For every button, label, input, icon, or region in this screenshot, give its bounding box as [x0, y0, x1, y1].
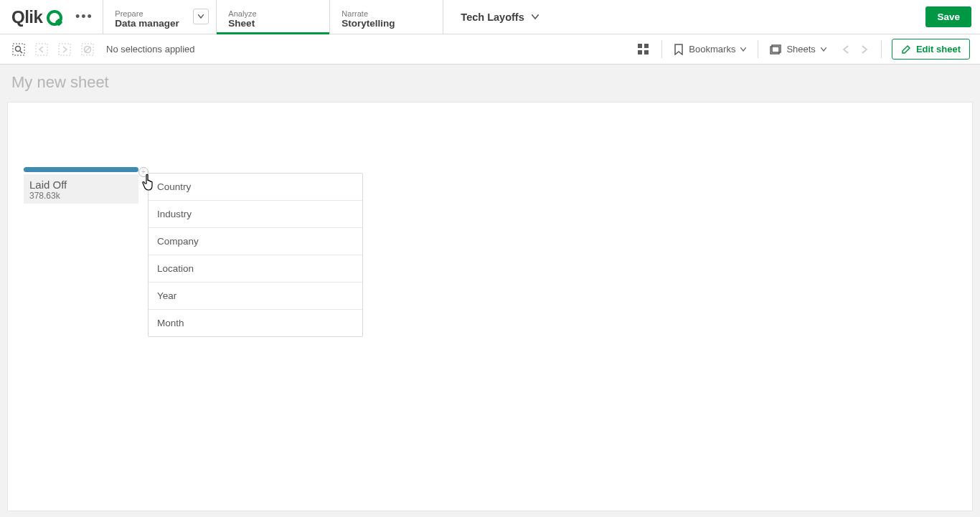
brand-logo-text: Qlik	[11, 7, 42, 27]
brand-zone: Qlik •••	[0, 0, 103, 34]
chevron-down-icon[interactable]	[193, 9, 209, 24]
save-button[interactable]: Save	[925, 6, 971, 27]
sheets-button[interactable]: Sheets	[763, 34, 833, 64]
brand-logo-icon	[47, 10, 62, 26]
edit-sheet-button[interactable]: Edit sheet	[892, 39, 970, 60]
step-back-icon	[32, 39, 52, 60]
pencil-icon	[901, 44, 911, 54]
svg-rect-9	[644, 44, 649, 48]
next-sheet-button[interactable]	[855, 40, 874, 59]
svg-rect-8	[638, 44, 642, 48]
more-menu-icon[interactable]: •••	[75, 9, 93, 26]
dimension-menu: Country Industry Company Location Year M…	[148, 173, 363, 337]
app-title: Tech Layoffs	[461, 11, 524, 23]
nav-small-analyze: Analyze	[228, 9, 318, 18]
kpi-body: Laid Off 378.63k	[24, 174, 138, 204]
chevron-down-icon	[740, 47, 746, 52]
nav-tab-narrate[interactable]: Narrate Storytelling	[329, 0, 443, 34]
kpi-value: 378.63k	[29, 191, 133, 201]
menu-item-company[interactable]: Company	[149, 228, 362, 255]
insight-advisor-button[interactable]	[630, 34, 657, 64]
menu-item-country[interactable]: Country	[149, 174, 362, 201]
nav-big-analyze: Sheet	[228, 18, 318, 29]
toolsbar: No selections applied Bookmarks Sheets	[0, 34, 980, 65]
kpi-label: Laid Off	[29, 179, 133, 191]
kpi-object[interactable]: Laid Off 378.63k +	[24, 167, 138, 204]
clear-selections-icon	[77, 39, 98, 60]
insight-advisor-zone	[630, 34, 666, 64]
menu-item-month[interactable]: Month	[149, 310, 362, 336]
smart-search-icon[interactable]	[9, 39, 29, 60]
svg-rect-3	[36, 44, 47, 55]
bookmark-icon	[674, 44, 684, 55]
svg-rect-0	[13, 44, 24, 55]
svg-point-1	[16, 46, 21, 51]
kpi-bar	[24, 167, 138, 172]
add-dimension-icon[interactable]: +	[138, 167, 149, 177]
sheet-nav-arrows	[834, 40, 877, 59]
selection-icons	[4, 39, 102, 60]
svg-rect-4	[59, 44, 70, 55]
nav-tab-analyze[interactable]: Analyze Sheet	[216, 0, 329, 34]
step-forward-icon	[55, 39, 75, 60]
nav-tab-prepare[interactable]: Prepare Data manager	[103, 0, 216, 34]
svg-rect-10	[638, 50, 642, 54]
sheets-icon	[770, 44, 781, 54]
svg-line-2	[20, 51, 22, 53]
svg-rect-11	[644, 50, 649, 54]
app-title-zone[interactable]: Tech Layoffs	[443, 0, 917, 34]
chevron-down-icon	[532, 14, 539, 19]
bookmarks-button[interactable]: Bookmarks	[666, 34, 753, 64]
menu-item-industry[interactable]: Industry	[149, 201, 362, 228]
menu-item-location[interactable]: Location	[149, 255, 362, 283]
save-zone: Save	[917, 0, 980, 34]
nav-small-narrate: Narrate	[341, 9, 431, 18]
nav-big-narrate: Storytelling	[341, 18, 431, 29]
chevron-down-icon	[821, 47, 826, 52]
prev-sheet-button[interactable]	[837, 40, 855, 59]
sheet-title: My new sheet	[0, 65, 980, 98]
selections-text: No selections applied	[106, 44, 195, 54]
topbar: Qlik ••• Prepare Data manager Analyze Sh…	[0, 0, 980, 34]
sheets-label: Sheets	[786, 44, 815, 54]
edit-sheet-label: Edit sheet	[916, 44, 961, 54]
menu-item-year[interactable]: Year	[149, 283, 362, 310]
nav-big-prepare: Data manager	[115, 18, 204, 29]
grid-icon	[637, 43, 650, 56]
nav-small-prepare: Prepare	[115, 9, 204, 18]
sheet-canvas[interactable]: Laid Off 378.63k + Country Industry Comp…	[7, 102, 973, 511]
bookmarks-label: Bookmarks	[689, 44, 735, 54]
